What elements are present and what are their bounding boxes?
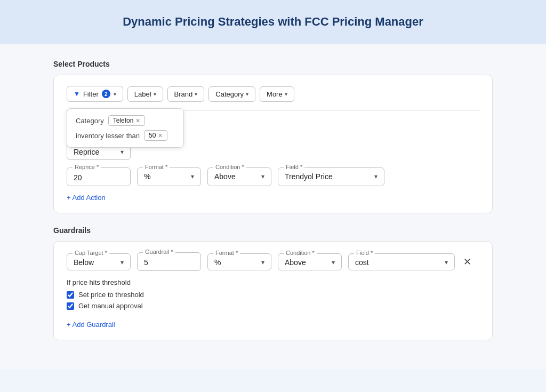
guardrail-condition-label: Condition * xyxy=(284,250,317,256)
set-price-label: Set price to threshold xyxy=(78,291,144,299)
condition-select-wrapper: Above Below Equal xyxy=(214,172,264,181)
remove-guardrail-button[interactable]: ✕ xyxy=(461,256,473,268)
condition-select[interactable]: Above Below Equal xyxy=(214,172,264,181)
guardrail-condition-select-wrapper: Above Below Equal xyxy=(285,258,335,267)
format-select[interactable]: % Fixed Amount xyxy=(144,172,194,181)
filter-chevron-icon: ▾ xyxy=(114,91,116,97)
manual-approval-checkbox[interactable] xyxy=(67,302,74,310)
guardrails-label: Guardrails xyxy=(53,226,493,235)
more-dropdown-text: More xyxy=(267,90,283,98)
guardrail-condition-field: Condition * Above Below Equal xyxy=(278,253,342,270)
guardrail-format-label: Format * xyxy=(213,250,240,256)
cap-target-select-wrapper: Below Above xyxy=(74,258,124,267)
category-dropdown[interactable]: Category ▾ xyxy=(208,86,255,102)
filter-key-category: Category xyxy=(76,117,104,125)
more-chevron-icon: ▾ xyxy=(285,91,287,97)
filter-button-label: Filter xyxy=(83,90,99,98)
field-field: Field * Trendyol Price cost list price xyxy=(278,167,384,186)
guardrail-format-field: Format * % Fixed Amount xyxy=(207,253,271,270)
page-title: Dynamic Pricing Strategies with FCC Pric… xyxy=(21,15,525,29)
manual-approval-label: Get manual approval xyxy=(78,302,143,310)
format-field: Format * % Fixed Amount xyxy=(137,167,201,186)
filter-popup: Category Telefon ✕ inventory lesser than… xyxy=(67,108,184,148)
field-select-wrapper: Trendyol Price cost list price xyxy=(285,172,378,181)
brand-dropdown[interactable]: Brand ▾ xyxy=(167,86,205,102)
format-select-wrapper: % Fixed Amount xyxy=(144,172,194,181)
manual-approval-checkbox-row: Get manual approval xyxy=(67,302,479,310)
reprice-input[interactable] xyxy=(74,172,106,182)
filter-row-category: Category Telefon ✕ xyxy=(76,115,175,126)
set-price-checkbox-row: Set price to threshold xyxy=(67,291,479,299)
strategy-select-wrapper: Reprice Fixed Competitive xyxy=(74,148,124,156)
cap-target-label: Cap Target * xyxy=(73,250,109,256)
guardrail-condition-select[interactable]: Above Below Equal xyxy=(285,258,335,267)
filter-badge: 2 xyxy=(102,90,110,98)
cap-target-field: Cap Target * Below Above xyxy=(67,253,131,270)
filter-tag-telefon: Telefon ✕ xyxy=(108,115,146,126)
filter-key-inventory: inventory lesser than xyxy=(76,132,140,140)
condition-field: Condition * Above Below Equal xyxy=(207,167,271,186)
threshold-section: If price hits threshold Set price to thr… xyxy=(67,278,479,310)
guardrails-card: Cap Target * Below Above Guardrail * For… xyxy=(53,241,493,340)
guardrail-format-select-wrapper: % Fixed Amount xyxy=(214,258,264,267)
filter-button[interactable]: ▼ Filter 2 ▾ xyxy=(67,86,123,102)
reprice-label: Reprice * xyxy=(73,164,101,170)
field-select[interactable]: Trendyol Price cost list price xyxy=(285,172,378,181)
condition-label: Condition * xyxy=(213,164,246,170)
brand-dropdown-text: Brand xyxy=(174,90,193,98)
label-dropdown[interactable]: Label ▾ xyxy=(127,86,163,102)
category-chevron-icon: ▾ xyxy=(246,91,248,97)
reprice-row: Reprice * Format * % Fixed Amount Condit… xyxy=(67,167,479,186)
filter-row-inventory: inventory lesser than 50 ✕ xyxy=(76,130,175,141)
cap-target-select[interactable]: Below Above xyxy=(74,258,124,267)
label-dropdown-text: Label xyxy=(134,90,151,98)
reprice-field: Reprice * xyxy=(67,167,131,186)
guardrail-field-select[interactable]: cost Trendyol Price list price xyxy=(355,258,448,267)
guardrail-value-input[interactable] xyxy=(144,257,176,267)
more-dropdown[interactable]: More ▾ xyxy=(260,86,294,102)
guardrail-field-select-wrapper: cost Trendyol Price list price xyxy=(355,258,448,267)
brand-chevron-icon: ▾ xyxy=(195,91,197,97)
set-price-checkbox[interactable] xyxy=(67,291,74,299)
header-banner: Dynamic Pricing Strategies with FCC Pric… xyxy=(0,0,546,44)
guardrail-fields-row: Cap Target * Below Above Guardrail * For… xyxy=(67,252,479,271)
guardrail-value-label: Guardrail * xyxy=(143,249,175,255)
main-content: Select Products ▼ Filter 2 ▾ Label ▾ Bra… xyxy=(0,44,546,369)
remove-telefon-icon[interactable]: ✕ xyxy=(135,117,140,124)
guardrail-format-select[interactable]: % Fixed Amount xyxy=(214,258,264,267)
remove-inventory-icon[interactable]: ✕ xyxy=(158,132,163,139)
guardrail-field-label: Field * xyxy=(354,250,375,256)
category-dropdown-text: Category xyxy=(215,90,244,98)
strategy-select[interactable]: Reprice Fixed Competitive xyxy=(74,148,124,156)
add-guardrail-link[interactable]: + Add Guardrail xyxy=(67,321,115,329)
guardrail-field-field: Field * cost Trendyol Price list price xyxy=(348,253,455,270)
field-label: Field * xyxy=(284,164,304,170)
select-products-label: Select Products xyxy=(53,60,493,68)
funnel-icon: ▼ xyxy=(74,90,80,98)
select-products-card: ▼ Filter 2 ▾ Label ▾ Brand ▾ Category ▾ xyxy=(53,75,493,213)
filter-bar: ▼ Filter 2 ▾ Label ▾ Brand ▾ Category ▾ xyxy=(67,86,479,102)
filter-tag-inventory: 50 ✕ xyxy=(144,130,167,141)
add-action-link[interactable]: + Add Action xyxy=(67,194,106,202)
label-chevron-icon: ▾ xyxy=(154,91,156,97)
format-label: Format * xyxy=(143,164,170,170)
threshold-label: If price hits threshold xyxy=(67,278,479,286)
guardrail-value-field: Guardrail * xyxy=(137,252,201,271)
